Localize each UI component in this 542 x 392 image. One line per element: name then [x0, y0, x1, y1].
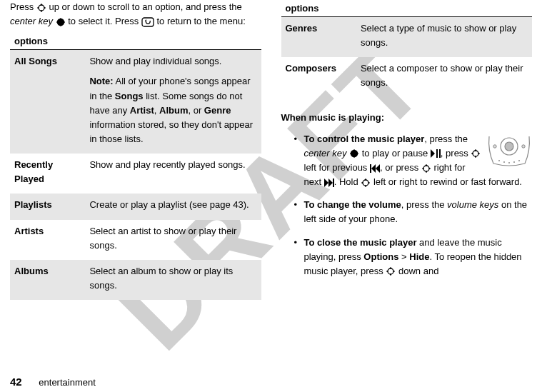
svg-point-17	[508, 162, 510, 164]
nav-key-icon	[421, 164, 431, 174]
intro-text-mid2: to select it. Press	[68, 16, 141, 26]
row-desc: Create or play a playlist (see page 43).	[85, 194, 261, 219]
svg-point-42	[361, 182, 363, 184]
note-genre: Genre	[204, 105, 231, 116]
svg-point-43	[368, 182, 370, 184]
nav-key-icon	[471, 149, 481, 159]
intro-text-mid1: up or down to scroll to an option, and p…	[49, 1, 241, 12]
options-header: options	[10, 33, 261, 50]
b1-t3: , press	[441, 148, 471, 159]
row-label: Albums	[10, 260, 85, 300]
svg-point-2	[41, 10, 42, 11]
back-key-icon	[141, 17, 154, 27]
table-row: Albums Select an album to show or play i…	[10, 260, 261, 300]
svg-point-13	[493, 145, 496, 148]
row-desc: Select a type of music to show or play s…	[356, 17, 532, 58]
b3-options: Options	[363, 251, 398, 262]
b1-t7: . Hold	[334, 176, 361, 187]
table-row: Genres Select a type of music to show or…	[281, 17, 533, 58]
row-label: Recently Played	[10, 154, 85, 194]
next-track-icon	[324, 179, 334, 187]
note-album: Album	[159, 105, 188, 116]
svg-point-21	[353, 150, 355, 151]
player-illustration-icon	[486, 134, 532, 169]
b3-lead: To close the music player	[304, 237, 417, 248]
table-row: Artists Select an artist to show or play…	[10, 220, 261, 260]
table-row: Recently Played Show and play recently p…	[10, 154, 261, 194]
nav-key-icon	[386, 266, 396, 276]
svg-point-3	[37, 6, 39, 8]
svg-point-8	[56, 21, 58, 23]
options-table-left: options All Songs Show and play individu…	[10, 33, 261, 300]
svg-point-1	[41, 4, 42, 5]
row-desc: Show and play individual songs. Note: Al…	[85, 50, 261, 154]
svg-point-33	[423, 166, 429, 171]
svg-point-41	[365, 185, 366, 186]
svg-point-35	[426, 171, 427, 172]
row-label: Artists	[10, 220, 85, 260]
note-sep2: , or	[188, 105, 204, 116]
b1-t8: left or right to rewind or fast forward.	[373, 176, 522, 187]
b1-t1: , press the	[424, 134, 468, 144]
svg-point-5	[56, 18, 64, 26]
row-desc-text: Show and play individual songs.	[89, 56, 221, 66]
svg-point-24	[357, 153, 358, 154]
svg-point-45	[390, 268, 391, 269]
b1-t2: to play or pause	[362, 148, 431, 159]
row-label: Playlists	[10, 194, 85, 219]
b1-center-key: center key	[304, 148, 347, 159]
row-desc: Select an artist to show or play their s…	[85, 220, 261, 260]
previous-track-icon	[370, 164, 380, 173]
row-label: All Songs	[10, 50, 85, 154]
row-desc: Select a composer to show or play their …	[356, 57, 532, 97]
b1-t4: left for previous	[304, 162, 371, 173]
b3-hide: Hide	[409, 251, 429, 262]
row-label: Genres	[281, 17, 356, 58]
row-label: Composers	[281, 57, 356, 97]
svg-point-30	[472, 153, 473, 154]
list-item: To control the music player, press the c…	[294, 132, 533, 190]
note-artist: Artist	[130, 105, 154, 116]
svg-rect-32	[370, 164, 371, 173]
svg-point-46	[390, 274, 391, 276]
b3-gt: >	[398, 251, 409, 262]
svg-point-20	[351, 150, 358, 158]
nav-key-icon	[36, 3, 46, 13]
svg-point-0	[39, 5, 44, 11]
note-label: Note:	[89, 76, 113, 86]
center-key-label: center key	[10, 16, 53, 26]
svg-point-16	[503, 161, 505, 163]
list-item: To close the music player and leave the …	[294, 236, 533, 278]
svg-point-29	[475, 156, 476, 158]
svg-point-12	[505, 142, 513, 151]
nav-key-icon	[361, 178, 371, 188]
svg-point-14	[522, 145, 525, 148]
svg-point-36	[422, 167, 423, 169]
b2-volkeys: volume keys	[447, 199, 498, 210]
table-row: All Songs Show and play individual songs…	[10, 50, 261, 154]
note-songs: Songs	[115, 91, 144, 101]
list-item: To change the volume, press the volume k…	[294, 198, 533, 226]
svg-point-44	[388, 268, 393, 274]
b2-lead: To change the volume	[304, 199, 401, 210]
svg-point-28	[475, 150, 476, 151]
options-table-right: options Genres Select a type of music to…	[281, 0, 533, 98]
playing-heading: When music is playing:	[281, 111, 533, 125]
table-row: Playlists Create or play a playlist (see…	[10, 194, 261, 219]
b1-t5: , or press	[380, 162, 421, 173]
svg-point-6	[60, 18, 61, 19]
options-header: options	[281, 0, 533, 17]
svg-rect-25	[436, 149, 438, 158]
note-post: information stored, so they don't appear…	[89, 119, 253, 144]
svg-rect-10	[142, 18, 154, 26]
svg-point-19	[518, 160, 520, 161]
b2-t1: , press the	[401, 199, 447, 210]
table-row: Composers Select a composer to show or p…	[281, 57, 533, 97]
svg-point-47	[387, 271, 388, 272]
center-key-icon	[349, 149, 359, 159]
svg-point-23	[350, 153, 351, 154]
svg-point-31	[478, 153, 480, 154]
svg-point-39	[363, 180, 368, 186]
svg-point-48	[393, 271, 395, 272]
svg-point-7	[60, 25, 61, 26]
